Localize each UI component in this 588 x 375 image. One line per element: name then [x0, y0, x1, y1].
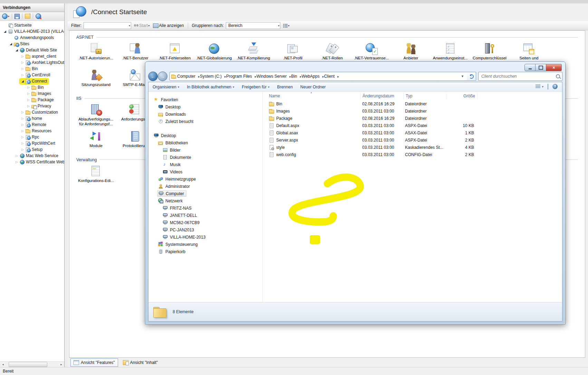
toolbar-button[interactable]: Neuer Ordner [300, 85, 326, 89]
tree-item[interactable]: CertEnroll [0, 72, 64, 78]
nav-item[interactable]: Systemsteuerung [148, 241, 262, 248]
tree-item[interactable]: Default Web Site [0, 47, 64, 53]
toolbar-button[interactable]: In Bibliothek aufnehmen [187, 85, 234, 89]
tab-features-view[interactable]: Ansicht "Features" [70, 358, 118, 367]
refresh-button[interactable] [467, 72, 476, 81]
feature-tile[interactable]: Anbieter [391, 42, 431, 61]
expander-icon[interactable] [15, 160, 19, 164]
tree-item[interactable]: Setup [0, 146, 64, 153]
tree-item[interactable]: WSS Certificate Web S [0, 159, 64, 165]
maximize-button[interactable] [536, 64, 546, 71]
nav-item[interactable]: Zuletzt besucht [148, 118, 262, 125]
expander-icon[interactable] [15, 48, 19, 52]
expander-icon[interactable] [21, 135, 25, 139]
nav-item[interactable]: Favoriten [148, 96, 262, 103]
nav-item[interactable]: Netzwerk [148, 197, 262, 204]
tab-content-view[interactable]: Ansicht "Inhalt" [120, 359, 161, 366]
save-connection-button[interactable] [14, 13, 20, 20]
expander-icon[interactable] [21, 79, 25, 83]
expander-icon[interactable] [27, 104, 30, 108]
expander-icon[interactable] [27, 92, 30, 95]
nav-item[interactable]: Desktop [148, 103, 262, 110]
nav-item[interactable]: Downloads [148, 110, 262, 118]
feature-tile[interactable]: .NET-Profil [273, 42, 312, 61]
expander-icon[interactable] [21, 110, 25, 114]
back-button[interactable]: ← [148, 71, 158, 81]
nav-item[interactable]: Computer [148, 190, 262, 197]
tree-item[interactable]: Images [0, 90, 64, 97]
toolbar-button[interactable]: Brennen [277, 85, 292, 89]
column-size[interactable]: Größe [447, 93, 478, 99]
tree-item[interactable]: Rpc [0, 134, 64, 140]
file-row[interactable]: Package 02.08.2016 16:29 Dateiordner [267, 115, 562, 122]
nav-item[interactable]: Dokumente [148, 154, 262, 161]
nav-item[interactable]: Musik [148, 161, 262, 168]
tree-item[interactable]: Bin [0, 84, 64, 90]
tree-item[interactable]: VILLA-HOME-2013 (VILLA-HO [0, 28, 64, 35]
file-row[interactable]: Default.aspx 03.03.2011 03:00 ASPX-Datei… [267, 122, 562, 129]
expander-icon[interactable] [21, 61, 25, 64]
nav-item[interactable]: MC562-067CB9 [148, 219, 262, 226]
toolbar-button[interactable]: Organisieren [153, 85, 179, 89]
breadcrumb-item[interactable]: Computer [177, 74, 200, 79]
feature-tile[interactable]: Anwendungseinst... [431, 42, 470, 61]
search-input[interactable] [481, 74, 556, 79]
tree-item[interactable]: Resources [0, 128, 64, 134]
scroll-right-arrow[interactable]: ▸ [58, 362, 64, 367]
nav-item[interactable]: Heimnetzgruppe [148, 175, 262, 183]
tree-item[interactable]: Customization [0, 109, 64, 115]
nav-item[interactable]: Videos [148, 168, 262, 175]
tree-item[interactable]: Sites [0, 41, 64, 47]
nav-item[interactable]: VILLA-HOME-2013 [148, 233, 262, 241]
filter-input[interactable]: ▾ [84, 22, 131, 29]
feature-tile[interactable]: .NET-Vertrauense... [352, 42, 391, 61]
tree-item[interactable]: Mac Web Service [0, 153, 64, 159]
show-all-button[interactable]: Alle anzeigen [152, 22, 184, 29]
expander-icon[interactable] [9, 42, 13, 46]
expander-icon[interactable] [27, 98, 30, 102]
nav-item[interactable]: JANETT-DELL [148, 212, 262, 219]
tree-item[interactable]: Bin [0, 66, 64, 72]
search-box[interactable] [478, 72, 562, 81]
tree-item[interactable]: home [0, 115, 64, 122]
file-row[interactable]: Bin 02.08.2016 16:29 Dateiordner [267, 100, 562, 107]
file-row[interactable]: Global.asax 03.03.2011 03:00 ASAX-Datei … [267, 129, 562, 136]
expander-icon[interactable] [21, 129, 25, 133]
tree-item[interactable]: AxoNet.LightsOut. [0, 59, 64, 66]
disconnect-button[interactable] [35, 13, 42, 20]
column-type[interactable]: Typ [404, 93, 447, 99]
column-name[interactable]: Name [267, 93, 360, 99]
feature-tile[interactable]: Ablaufverfolgungs... für Anforderungsf..… [76, 104, 116, 127]
breadcrumb-item[interactable]: Windows Server [257, 74, 291, 79]
feature-tile[interactable]: .NET-Autorisierun... [76, 42, 116, 61]
nav-item[interactable]: Administrator [148, 183, 262, 190]
up-button[interactable] [24, 13, 31, 19]
file-row[interactable]: Server.aspx 03.03.2011 03:00 ASPX-Datei … [267, 136, 562, 144]
file-row[interactable]: style 03.03.2011 03:00 Kaskadierendes St… [267, 144, 562, 151]
feature-tile[interactable]: .NET-Benutzer [116, 42, 155, 61]
close-button[interactable]: × [546, 64, 562, 71]
expander-icon[interactable] [21, 67, 25, 70]
nav-item[interactable]: Bibliotheken [148, 139, 262, 146]
file-row[interactable]: web.config 03.03.2011 03:00 CONFIG-Datei… [267, 151, 562, 158]
change-view-button[interactable] [536, 85, 543, 88]
tree-item[interactable]: Privacy [0, 103, 64, 109]
tree-item[interactable]: Anwendungspools [0, 35, 64, 41]
tree-item[interactable]: aspnet_client [0, 53, 64, 59]
nav-item[interactable]: Papierkorb [148, 248, 262, 255]
expander-icon[interactable] [21, 148, 25, 151]
feature-tile[interactable]: .NET-Rollen [312, 42, 352, 61]
nav-item[interactable]: PC-JAN2013 [148, 226, 262, 233]
feature-tile[interactable]: .NET-Kompilierung [234, 42, 273, 61]
breadcrumb-item[interactable]: Bin [291, 74, 301, 79]
expander-icon[interactable] [21, 55, 25, 58]
column-date[interactable]: Änderungsdatum [360, 93, 404, 99]
tree-item[interactable]: RpcWithCert [0, 140, 64, 146]
feature-tile[interactable]: .NET-Fehlerseiten [155, 42, 194, 61]
create-connection-button[interactable]: ▾ [1, 13, 10, 20]
breadcrumb[interactable]: ComputerSystem (C:)Program FilesWindows … [170, 72, 467, 81]
tree-item[interactable]: Remote [0, 122, 64, 128]
forward-button[interactable]: → [158, 71, 167, 81]
horizontal-scrollbar[interactable]: ◂ ▸ [0, 361, 64, 367]
feature-tile[interactable]: .NET-Globalisierung [194, 42, 234, 61]
